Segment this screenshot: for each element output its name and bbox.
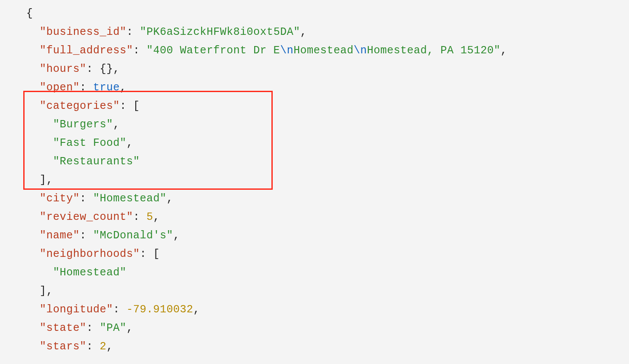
value-neighborhoods-0: "Homestead" [53,266,127,279]
value-business-id: "PK6aSizckHFWk8i0oxt5DA" [140,26,300,38]
value-longitude: -79.910032 [127,303,193,316]
key-business-id: "business_id" [40,26,127,38]
value-review-count: 5 [146,211,153,223]
value-stars: 2 [100,340,107,353]
value-hours: {} [100,63,113,75]
escape-n-1: \n [280,44,293,57]
value-full-address-seg2: Homestead [293,44,354,57]
json-source: { "business_id": "PK6aSizckHFWk8i0oxt5DA… [13,4,629,356]
key-hours: "hours" [40,63,87,75]
key-city: "city" [40,192,80,205]
neighborhoods-bracket-close: ] [40,285,47,297]
key-open: "open" [40,81,80,94]
key-review-count: "review_count" [40,211,133,223]
value-full-address-seg3: Homestead, PA 15120" [367,44,501,57]
brace-open: { [26,7,33,20]
key-stars: "stars" [40,340,87,353]
value-categories-2: "Restaurants" [53,155,140,168]
key-neighborhoods: "neighborhoods" [40,248,140,260]
escape-n-2: \n [354,44,367,57]
key-longitude: "longitude" [40,303,113,316]
key-categories: "categories" [40,100,120,112]
value-city: "Homestead" [93,192,167,205]
value-full-address-seg1: "400 Waterfront Dr E [146,44,280,57]
neighborhoods-bracket-open: [ [153,248,160,260]
categories-bracket-open: [ [133,100,140,112]
value-open: true [93,81,120,94]
value-categories-0: "Burgers" [53,118,113,131]
value-name: "McDonald's" [93,229,173,242]
value-categories-1: "Fast Food" [53,137,127,149]
categories-bracket-close: ] [40,174,47,186]
key-name: "name" [40,229,80,242]
value-state: "PA" [100,322,127,334]
json-code-block: { "business_id": "PK6aSizckHFWk8i0oxt5DA… [0,0,629,356]
key-state: "state" [40,322,87,334]
key-full-address: "full_address" [40,44,133,57]
